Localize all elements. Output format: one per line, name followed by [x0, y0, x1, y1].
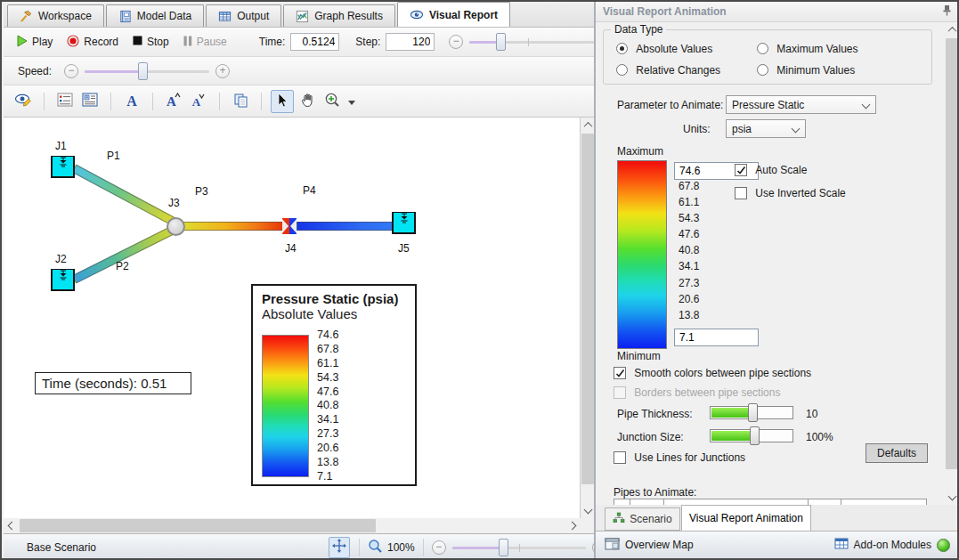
radio-absolute-values[interactable] — [616, 43, 628, 54]
font-decrease-button[interactable]: A — [187, 90, 210, 113]
units-dropdown[interactable]: psia — [726, 119, 806, 138]
defaults-button[interactable]: Defaults — [866, 443, 928, 463]
time-slider[interactable] — [469, 33, 596, 51]
legend-value: 7.1 — [317, 470, 338, 483]
zoom-tool-dropdown[interactable] — [345, 90, 358, 113]
pipe-label-p3: P3 — [195, 185, 208, 198]
tab-visual-report-animation[interactable]: Visual Report Animation — [681, 505, 811, 531]
pause-button[interactable]: Pause — [183, 36, 227, 49]
canvas-horizontal-scrollbar[interactable] — [4, 518, 581, 533]
time-slider-thumb[interactable] — [496, 33, 506, 51]
fit-view-button[interactable] — [329, 537, 350, 558]
time-annotation[interactable]: Time (seconds): 0.51 — [35, 372, 191, 394]
junction-j2-reservoir[interactable] — [51, 269, 75, 291]
borders-checkbox[interactable] — [614, 386, 626, 399]
scroll-right-button[interactable] — [566, 518, 581, 532]
pipe-thickness-thumb[interactable] — [748, 403, 758, 422]
tab-workspace[interactable]: Workspace — [7, 4, 104, 27]
legend-value: 54.3 — [317, 371, 338, 384]
auto-scale-label: Auto Scale — [755, 164, 807, 176]
color-legend[interactable]: Pressure Static (psia) Absolute Values 7… — [251, 284, 417, 486]
tab-scenario[interactable]: Scenario — [605, 507, 680, 531]
time-slider-minus-button[interactable]: − — [449, 35, 463, 49]
time-input[interactable] — [290, 33, 339, 51]
pipes-to-animate-grid[interactable] — [614, 499, 927, 505]
play-button[interactable]: Play — [16, 35, 53, 50]
scroll-down-button[interactable] — [945, 491, 959, 505]
panel-scroll-thumb[interactable] — [946, 38, 957, 469]
step-input[interactable] — [386, 33, 435, 51]
scale-min-input[interactable] — [674, 329, 759, 346]
font-button[interactable]: A — [120, 90, 143, 113]
overview-map-label: Overview Map — [625, 539, 694, 551]
smooth-colors-checkbox[interactable] — [614, 367, 626, 379]
eye-edit-icon — [14, 92, 32, 110]
junction-j5-reservoir[interactable] — [392, 212, 416, 234]
legend-list-icon — [57, 93, 73, 110]
pipe-p4[interactable] — [297, 222, 393, 231]
zoom-slider[interactable] — [452, 539, 586, 556]
radio-maximum-values[interactable] — [757, 43, 768, 54]
visual-report-canvas[interactable]: J1 P1 J2 P2 J3 P3 P4 J4 J5 Time (seconds… — [4, 118, 581, 518]
speed-slider-thumb[interactable] — [138, 62, 148, 80]
junction-j4-valve[interactable] — [282, 218, 297, 234]
pipes-to-animate-label: Pipes to Animate: — [614, 486, 696, 499]
pipe-p1[interactable] — [72, 165, 177, 227]
scroll-left-button[interactable] — [4, 518, 18, 532]
scale-tick: 54.3 — [679, 212, 699, 228]
select-tool-button[interactable] — [271, 90, 294, 113]
pin-icon[interactable] — [942, 4, 952, 19]
canvas-vertical-scrollbar[interactable] — [581, 118, 595, 518]
use-inverted-scale-checkbox[interactable] — [735, 187, 747, 199]
status-bar: Base Scenario 100% − + — [4, 533, 594, 560]
copy-button[interactable] — [229, 90, 252, 113]
tab-output[interactable]: Output — [206, 4, 281, 27]
visual-report-control-button[interactable] — [12, 90, 35, 113]
font-increase-button[interactable]: A — [162, 90, 185, 113]
scroll-up-button[interactable] — [945, 22, 959, 37]
font-a-icon: A — [126, 93, 137, 110]
junction-size-thumb[interactable] — [750, 426, 760, 445]
parameter-dropdown[interactable]: Pressure Static — [726, 95, 876, 114]
use-inverted-scale-label: Use Inverted Scale — [755, 187, 845, 199]
tab-graph-results[interactable]: Graph Results — [283, 4, 395, 27]
overview-map-button[interactable]: Overview Map — [605, 538, 694, 553]
legend-value: 27.3 — [317, 427, 338, 440]
speed-slider-plus-button[interactable]: + — [215, 64, 230, 78]
radio-minimum-values[interactable] — [757, 64, 768, 76]
junction-label-j5: J5 — [398, 242, 410, 255]
vertical-scroll-thumb[interactable] — [581, 134, 594, 484]
stop-button[interactable]: Stop — [133, 36, 169, 48]
use-lines-for-junctions-checkbox[interactable] — [614, 451, 626, 464]
speed-slider-minus-button[interactable]: − — [64, 64, 78, 78]
horizontal-scroll-thumb[interactable] — [20, 519, 376, 532]
pipe-p3[interactable] — [183, 222, 286, 231]
separator — [261, 93, 262, 110]
zoom-slider-fill — [452, 547, 501, 549]
junction-size-slider[interactable] — [710, 429, 793, 442]
pipe-thickness-value: 10 — [806, 408, 817, 420]
zoom-tool-button[interactable] — [321, 90, 344, 113]
speed-slider[interactable] — [85, 62, 209, 80]
pipe-p2[interactable] — [72, 224, 178, 283]
auto-scale-checkbox[interactable] — [735, 164, 747, 176]
junction-j3-branch[interactable] — [167, 217, 185, 236]
addon-modules-label[interactable]: Add-on Modules — [854, 539, 931, 551]
tab-label: Workspace — [38, 10, 92, 22]
zoom-slider-thumb[interactable] — [499, 539, 508, 556]
app-window: Workspace Model Data Output Graph Result… — [0, 0, 959, 560]
junction-j1-reservoir[interactable] — [51, 156, 75, 178]
panel-vertical-scrollbar[interactable] — [944, 22, 959, 505]
pan-tool-button[interactable] — [296, 90, 319, 113]
tab-visual-report[interactable]: Visual Report — [397, 2, 510, 27]
text-report-button[interactable]: A — [78, 90, 102, 113]
tab-model-data[interactable]: Model Data — [106, 4, 204, 27]
record-button[interactable]: Record — [67, 35, 118, 50]
radio-relative-changes[interactable] — [616, 64, 628, 76]
zoom-out-button[interactable]: − — [432, 540, 446, 555]
display-options-button[interactable] — [53, 90, 77, 113]
pipe-label-p2: P2 — [116, 260, 129, 272]
scroll-down-button[interactable] — [581, 504, 595, 518]
pipe-thickness-slider[interactable] — [710, 406, 793, 419]
scroll-up-button[interactable] — [581, 118, 595, 132]
